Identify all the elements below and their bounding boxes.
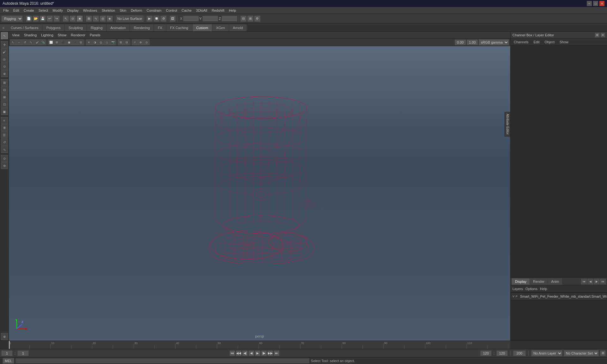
maximize-button[interactable]: □ xyxy=(593,1,598,6)
layer-prev[interactable]: ◀ xyxy=(587,279,593,284)
viewport-menu-lighting[interactable]: Lighting xyxy=(39,33,55,38)
layer-row[interactable]: V P Smart_WiFi_Pet_Feeder_White_mb_stand… xyxy=(511,293,606,300)
vp-xray-btn[interactable]: ◎ xyxy=(98,39,104,45)
select-tool[interactable]: ↖ xyxy=(1,32,8,39)
layer-visibility[interactable]: V xyxy=(512,295,514,298)
menu-create[interactable]: Create xyxy=(22,8,36,13)
rotate-tool[interactable]: ↺ xyxy=(1,139,8,146)
vp-smooth-mode[interactable]: ⬛ xyxy=(60,39,66,45)
pb-step-back[interactable]: ◀◀ xyxy=(236,350,242,356)
pb-next-key[interactable]: |▶ xyxy=(261,350,267,356)
display-tool-a[interactable]: ⊞ xyxy=(1,79,8,86)
pb-settings-btn[interactable]: ⚙ xyxy=(600,350,606,356)
viewport-menu-panels[interactable]: Panels xyxy=(88,33,102,38)
ch-tab-object[interactable]: Object xyxy=(543,39,556,45)
tab-xgen[interactable]: XGen xyxy=(212,24,229,31)
close-button[interactable]: ✕ xyxy=(599,1,604,6)
open-btn[interactable]: 📂 xyxy=(33,15,39,22)
vp-grid-btn[interactable]: ⊞ xyxy=(118,39,124,45)
ch-tab-edit[interactable]: Edit xyxy=(532,39,541,45)
menu-windows[interactable]: Windows xyxy=(81,8,99,13)
tab-custom[interactable]: Custom xyxy=(193,24,212,31)
layer-ffwd[interactable]: ⏭ xyxy=(600,279,606,284)
menu-redshift[interactable]: Redshift xyxy=(210,8,226,13)
sculpt-pull[interactable]: ⊕ xyxy=(1,70,8,77)
tab-rendering[interactable]: Rendering xyxy=(130,24,154,31)
x-input[interactable] xyxy=(183,16,199,21)
gamma-select[interactable]: sRGB gamma xyxy=(479,39,509,46)
redo-btn[interactable]: ↪ xyxy=(53,15,60,22)
render-settings-btn[interactable]: ⚙ xyxy=(160,15,167,22)
vp-tex-mode[interactable]: ⊟ xyxy=(78,39,84,45)
vp-wire-mode[interactable]: ⊞ xyxy=(54,39,60,45)
tab-animation[interactable]: Animation xyxy=(107,24,130,31)
channel-box-settings[interactable]: ⚙ xyxy=(595,33,599,37)
tab-fx[interactable]: FX xyxy=(154,24,166,31)
mode-dropdown[interactable]: Rigging xyxy=(1,15,23,22)
pb-prev-key[interactable]: ◀| xyxy=(242,350,248,356)
vp-paint-btn[interactable]: 🖌 xyxy=(34,39,40,45)
scale-tool[interactable]: ⤡ xyxy=(1,146,8,153)
soft-sel-tool[interactable]: ◎ xyxy=(1,56,8,63)
display-tool-c[interactable]: ⊠ xyxy=(1,94,8,100)
playback-end-frame[interactable] xyxy=(480,350,492,356)
display-tool-b[interactable]: ⊟ xyxy=(1,86,8,93)
display-tab-display[interactable]: Display xyxy=(512,278,530,285)
vp-box-mode[interactable]: ⬜ xyxy=(48,39,54,45)
pb-step-fwd[interactable]: ▶▶ xyxy=(267,350,273,356)
display-tool-d[interactable]: ⊡ xyxy=(1,101,8,108)
lasso-btn[interactable]: ⊙ xyxy=(70,15,76,22)
display-tab-anim[interactable]: Anim xyxy=(548,278,562,285)
ch-tab-show[interactable]: Show xyxy=(558,39,570,45)
vp-rotate-btn[interactable]: ↺ xyxy=(22,39,28,45)
snap-tool-b[interactable]: ⊚ xyxy=(1,162,8,169)
display-tab-render[interactable]: Render xyxy=(530,278,548,285)
tab-fx-caching[interactable]: FX Caching xyxy=(166,24,192,31)
tab-bar-collapse[interactable]: ≡ xyxy=(0,24,7,31)
menu-help[interactable]: Help xyxy=(227,8,238,13)
channel-box-close[interactable]: ✕ xyxy=(601,33,605,37)
command-input[interactable] xyxy=(15,358,310,363)
anim-layer-select[interactable]: No Anim Layer xyxy=(531,350,562,356)
attribute-editor-vertical-tab[interactable]: Attribute Editor xyxy=(505,112,510,136)
vp-move-btn[interactable]: ↔ xyxy=(16,39,22,45)
layer-tool-c[interactable]: ☰ xyxy=(1,131,8,138)
vp-cam-btn[interactable]: 📷 xyxy=(110,39,116,45)
menu-modify[interactable]: Modify xyxy=(51,8,64,13)
tab-sculpting[interactable]: Sculpting xyxy=(65,24,87,31)
snap-tool-a[interactable]: ⊙ xyxy=(1,155,8,162)
sculpt-push[interactable]: ⊙ xyxy=(1,63,8,70)
new-scene-btn[interactable]: 📄 xyxy=(26,15,32,22)
vp-ref-btn[interactable]: 📎 xyxy=(40,39,46,45)
playback-current-frame[interactable] xyxy=(1,350,13,356)
layer-pickable[interactable]: P xyxy=(516,295,518,298)
move-tool[interactable]: ✛ xyxy=(1,41,8,48)
vp-shaded-mode[interactable]: ◾ xyxy=(72,39,78,45)
char-set-select[interactable]: No Character Set xyxy=(564,350,599,356)
menu-3dtoa[interactable]: 3DtoAll xyxy=(194,8,209,13)
menu-select[interactable]: Select xyxy=(37,8,50,13)
tab-rigging[interactable]: Rigging xyxy=(87,24,107,31)
menu-constrain[interactable]: Constrain xyxy=(145,8,163,13)
vp-extra-a[interactable]: ↗ xyxy=(132,39,138,45)
snap-point[interactable]: ◎ xyxy=(100,15,106,22)
vp-select-btn[interactable]: ↖ xyxy=(10,39,16,45)
menu-display[interactable]: Display xyxy=(65,8,81,13)
layer-tool-a[interactable]: ≡ xyxy=(1,117,8,124)
pb-fwd-end[interactable]: ⏭ xyxy=(274,350,279,356)
viewport-canvas[interactable]: .wire { stroke: #e8003a; stroke-width: 0… xyxy=(9,46,510,341)
menu-deform[interactable]: Deform xyxy=(129,8,144,13)
y-input[interactable] xyxy=(202,16,218,21)
show-render-btn[interactable]: 🖼 xyxy=(169,15,176,22)
paint-tool[interactable]: 🖌 xyxy=(1,48,8,55)
render-btn[interactable]: ▶ xyxy=(146,15,153,22)
vp-hud-btn[interactable]: ⊟ xyxy=(124,39,130,45)
display-tool-e[interactable]: ▣ xyxy=(1,108,8,115)
z-input[interactable] xyxy=(222,16,237,21)
vp-scale-btn[interactable]: ⤡ xyxy=(28,39,34,45)
opt-help[interactable]: Help xyxy=(540,287,547,291)
vp-iso-btn[interactable]: ◇ xyxy=(104,39,110,45)
snap-grid[interactable]: ⊞ xyxy=(86,15,92,22)
tool-settings-btn[interactable]: ⚙ xyxy=(254,15,261,22)
menu-cache[interactable]: Cache xyxy=(180,8,193,13)
